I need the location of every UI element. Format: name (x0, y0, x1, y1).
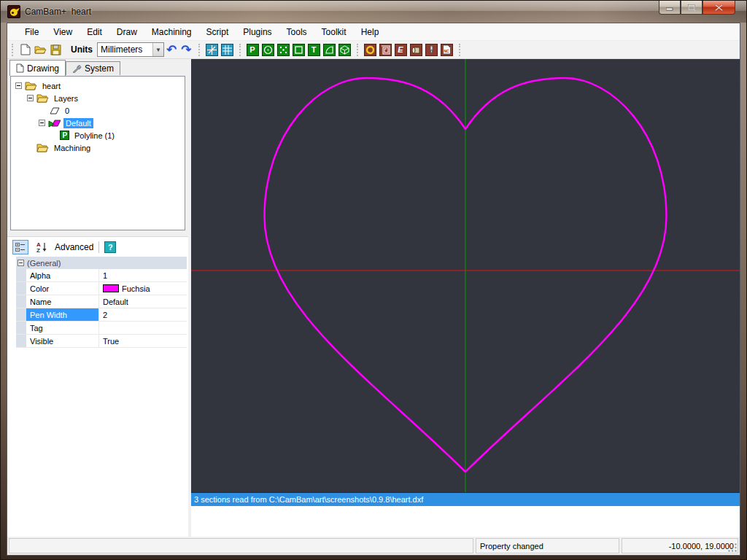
tree-label[interactable]: heart (40, 81, 63, 91)
tree-label[interactable]: Layers (52, 93, 80, 104)
tree-item-heart[interactable]: heart (11, 79, 185, 92)
collapse-icon[interactable] (18, 260, 24, 266)
property-value[interactable]: Fuchsia (99, 282, 187, 295)
main-toolbar: Units Millimeters ▼ ↶ ↷ P (7, 41, 740, 59)
property-row-name: Name Default (16, 295, 187, 308)
minimize-button[interactable] (659, 1, 681, 15)
draw-text-icon[interactable]: T (308, 44, 320, 56)
tree-item-layers[interactable]: Layers (11, 92, 185, 104)
tab-drawing[interactable]: Drawing (9, 60, 66, 76)
menu-plugins[interactable]: Plugins (236, 24, 279, 40)
collapse-icon[interactable] (27, 95, 34, 101)
app-icon[interactable] (7, 5, 20, 18)
layer-icon (48, 106, 60, 115)
draw-points-icon[interactable] (277, 44, 290, 56)
polyline-node-icon: P (60, 131, 69, 140)
panel-tabs: Drawing System (7, 59, 188, 75)
tab-system-label: System (85, 63, 114, 74)
machine-lathe-icon[interactable] (410, 44, 422, 56)
close-button[interactable] (703, 1, 735, 15)
property-row-alpha: Alpha 1 (16, 269, 187, 282)
produce-gcode-icon[interactable]: NC (441, 44, 453, 56)
coordinates-text: -10.0000, 19.0000 (669, 542, 734, 551)
drawing-viewport[interactable] (191, 59, 740, 492)
draw-circle-icon[interactable] (262, 44, 274, 56)
toolbar-grip[interactable] (12, 44, 14, 56)
app-window: CamBam+ heart File View Edit Draw Machin… (0, 0, 747, 560)
tree-item-machining[interactable]: Machining (11, 141, 185, 154)
property-name[interactable]: Tag (26, 322, 99, 334)
units-select[interactable]: Millimeters ▼ (97, 42, 164, 57)
property-name[interactable]: Name (26, 295, 99, 308)
property-name[interactable]: Visible (26, 335, 99, 347)
gcode-glyph: NC (444, 49, 449, 53)
new-file-icon[interactable] (19, 44, 31, 56)
tree-item-layer-default[interactable]: Default (11, 117, 185, 129)
category-general[interactable]: (General) (16, 257, 187, 269)
property-value[interactable] (99, 322, 187, 334)
tree-item-layer-0[interactable]: 0 (11, 104, 185, 117)
status-panel-empty (9, 538, 473, 553)
tab-system[interactable]: System (66, 61, 120, 75)
property-value[interactable]: 1 (99, 269, 187, 281)
polyline-glyph: P (249, 46, 255, 54)
toggle-axes-icon[interactable] (206, 44, 218, 56)
message-log: 3 sections read from C:\CamBam\art\scree… (191, 492, 740, 537)
tree-label[interactable]: Machining (52, 143, 93, 153)
menu-toolkit[interactable]: Toolkit (314, 24, 354, 40)
chevron-down-icon[interactable]: ▼ (152, 43, 163, 56)
tree-item-polyline[interactable]: P Polyline (1) (11, 129, 185, 141)
help-button[interactable]: ? (104, 241, 116, 253)
machine-engrave-icon[interactable]: E (395, 44, 407, 56)
menu-file[interactable]: File (18, 24, 46, 40)
cursor-coordinates: -10.0000, 19.0000 (622, 538, 738, 553)
open-folder-icon[interactable] (34, 44, 47, 56)
page-icon (16, 63, 24, 73)
menu-machining[interactable]: Machining (144, 24, 199, 40)
collapse-icon[interactable] (15, 82, 22, 89)
properties-toolbar: AZ Advanced ? (7, 237, 188, 257)
machine-pocket-icon[interactable] (379, 44, 392, 56)
property-name[interactable]: Alpha (26, 269, 99, 281)
property-name[interactable]: Color (26, 282, 99, 295)
toolbar-grip[interactable] (239, 44, 241, 56)
menu-tools[interactable]: Tools (279, 24, 314, 40)
log-entry[interactable]: 3 sections read from C:\CamBam\art\scree… (191, 493, 740, 506)
collapse-icon[interactable] (39, 120, 45, 126)
draw-arc-icon[interactable] (323, 44, 336, 56)
save-icon[interactable] (50, 44, 62, 56)
undo-button[interactable]: ↶ (166, 44, 177, 56)
alphabetical-sort-button[interactable]: AZ (34, 240, 50, 254)
property-value[interactable]: True (99, 335, 187, 347)
categorized-view-button[interactable] (12, 240, 28, 254)
panel-splitter[interactable] (7, 230, 188, 236)
menu-script[interactable]: Script (199, 24, 236, 40)
draw-rectangle-icon[interactable] (293, 44, 305, 56)
toolbar-grip[interactable] (459, 44, 461, 56)
resize-grip[interactable] (728, 543, 738, 553)
drawing-tree: heart Layers 0 (10, 76, 185, 230)
properties-panel: AZ Advanced ? (General) Alpha (7, 236, 188, 537)
tree-label[interactable]: Default (63, 118, 93, 128)
property-row-pen-width: Pen Width 2 (16, 308, 187, 322)
toolbar-grip[interactable] (357, 44, 359, 56)
menu-view[interactable]: View (46, 24, 80, 40)
side-panel: Drawing System heart (7, 59, 188, 537)
redo-button[interactable]: ↷ (181, 44, 191, 56)
property-value[interactable]: Default (99, 295, 187, 308)
property-name[interactable]: Pen Width (26, 308, 99, 321)
machine-profile-icon[interactable] (364, 44, 376, 56)
machine-drill-icon[interactable] (425, 44, 438, 56)
tree-label[interactable]: Polyline (1) (72, 131, 117, 141)
property-value[interactable]: 2 (99, 308, 187, 321)
tree-label[interactable]: 0 (63, 106, 71, 116)
draw-surface-icon[interactable] (338, 44, 351, 56)
menu-help[interactable]: Help (354, 24, 387, 40)
maximize-button[interactable] (681, 1, 703, 15)
toolbar-grip[interactable] (198, 44, 201, 56)
advanced-button[interactable]: Advanced (55, 242, 93, 252)
draw-polyline-icon[interactable]: P (247, 44, 259, 56)
toggle-grid-icon[interactable] (221, 44, 233, 56)
menu-edit[interactable]: Edit (80, 24, 109, 40)
menu-draw[interactable]: Draw (109, 24, 144, 40)
